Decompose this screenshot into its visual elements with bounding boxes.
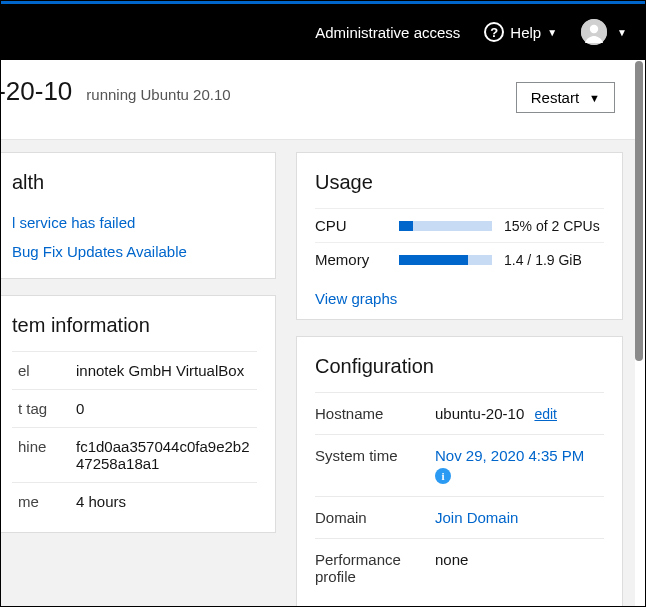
page-header: ntu-20-10 running Ubuntu 20.10 Restart ▼ [1,60,635,140]
help-icon: ? [484,22,504,42]
join-domain-link[interactable]: Join Domain [435,509,518,526]
config-label: Hostname [315,393,435,435]
table-row: Performance profile none [315,539,604,598]
health-link-service-failed[interactable]: l service has failed [12,208,257,237]
user-menu[interactable]: ▼ [581,19,627,45]
sysinfo-label: me [12,483,70,521]
table-row: me 4 hours [12,483,257,521]
health-title: alth [12,171,257,194]
chevron-down-icon: ▼ [589,92,600,104]
scrollbar[interactable] [635,61,643,361]
config-card: Configuration Hostname ubuntu-20-10 edit… [296,336,623,606]
table-row: System time Nov 29, 2020 4:35 PM i [315,435,604,497]
usage-cpu-label: CPU [315,217,387,234]
sysinfo-label: hine [12,428,70,483]
usage-mem-text: 1.4 / 1.9 GiB [504,252,604,268]
sysinfo-label: el [12,352,70,390]
table-row: hine fc1d0aa357044c0fa9e2b247258a18a1 [12,428,257,483]
sysinfo-label: t tag [12,390,70,428]
chevron-down-icon: ▼ [547,27,557,38]
table-row: t tag 0 [12,390,257,428]
edit-hostname-link[interactable]: edit [534,406,557,422]
page-subtitle: running Ubuntu 20.10 [86,86,230,103]
config-hostname-value: ubuntu-20-10 [435,405,524,422]
memory-bar [399,255,492,265]
view-graphs-link[interactable]: View graphs [315,290,397,307]
sysinfo-title: tem information [12,314,257,337]
config-perf-value: none [435,551,468,568]
help-menu[interactable]: ? Help ▼ [484,22,557,42]
usage-row-memory: Memory 1.4 / 1.9 GiB [315,242,604,276]
system-time-link[interactable]: Nov 29, 2020 4:35 PM [435,447,584,464]
sysinfo-value: fc1d0aa357044c0fa9e2b247258a18a1 [70,428,257,483]
sysinfo-value: innotek GmbH VirtualBox [70,352,257,390]
config-title: Configuration [315,355,604,378]
page-title: ntu-20-10 [1,76,72,107]
usage-card: Usage CPU 15% of 2 CPUs Memory 1.4 / 1.9… [296,152,623,320]
sysinfo-value: 4 hours [70,483,257,521]
cpu-bar [399,221,492,231]
restart-label: Restart [531,89,579,106]
table-row: Domain Join Domain [315,497,604,539]
table-row: Hostname ubuntu-20-10 edit [315,393,604,435]
usage-mem-label: Memory [315,251,387,268]
config-label: Domain [315,497,435,539]
info-icon[interactable]: i [435,468,451,484]
config-label: Performance profile [315,539,435,598]
avatar-icon [581,19,607,45]
health-card: alth l service has failed Bug Fix Update… [1,152,276,279]
admin-access-label[interactable]: Administrative access [315,24,460,41]
sysinfo-value: 0 [70,390,257,428]
usage-cpu-text: 15% of 2 CPUs [504,218,604,234]
svg-point-1 [590,25,598,33]
help-label: Help [510,24,541,41]
chevron-down-icon: ▼ [617,27,627,38]
health-link-updates[interactable]: Bug Fix Updates Available [12,237,257,266]
restart-button[interactable]: Restart ▼ [516,82,615,113]
sysinfo-card: tem information el innotek GmbH VirtualB… [1,295,276,533]
usage-row-cpu: CPU 15% of 2 CPUs [315,208,604,242]
top-bar: Administrative access ? Help ▼ ▼ [1,4,645,60]
config-label: System time [315,435,435,497]
table-row: el innotek GmbH VirtualBox [12,352,257,390]
usage-title: Usage [315,171,604,194]
